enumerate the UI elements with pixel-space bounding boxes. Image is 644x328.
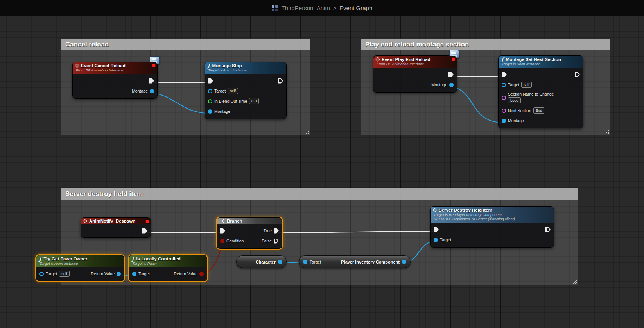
pin-label: Return Value xyxy=(91,271,115,276)
node-subtitle: From BP Animation Interface xyxy=(76,68,154,72)
exec-in-pin[interactable] xyxy=(208,78,213,84)
node-subtitle: Target is Anim Instance xyxy=(39,261,121,266)
node-montage-set-next-section[interactable]: ƒ Montage Set Next Section Target is Ani… xyxy=(498,55,583,128)
target-pin[interactable] xyxy=(208,89,212,93)
pin-label: Return Value xyxy=(174,271,197,276)
pin-label: Target xyxy=(46,271,57,276)
node-montage-stop[interactable]: ƒ Montage Stop Target is Anim Instance T… xyxy=(205,62,287,119)
function-icon: ƒ xyxy=(39,257,41,261)
pin-label: Montage xyxy=(508,118,524,123)
node-try-get-pawn-owner[interactable]: ƒ Try Get Pawn Owner Target is Anim Inst… xyxy=(36,255,124,281)
event-icon xyxy=(75,63,79,68)
node-title: AnimNotify_Despawn xyxy=(89,219,135,223)
blueprint-asset-icon xyxy=(272,5,278,11)
return-value-pin[interactable] xyxy=(199,272,204,276)
node-title: Branch xyxy=(227,219,242,223)
exec-out-pin[interactable] xyxy=(149,78,154,84)
target-pin[interactable] xyxy=(303,260,307,264)
interface-event-badge xyxy=(452,57,455,61)
section-name-pin[interactable] xyxy=(502,96,506,100)
pin-label: False xyxy=(262,239,272,243)
true-exec-out-pin[interactable] xyxy=(274,228,279,234)
pin-label: Montage xyxy=(132,89,148,93)
node-title: Try Get Pawn Owner xyxy=(44,257,88,261)
node-player-inventory-component[interactable]: Target Player Inventory Component xyxy=(299,255,411,268)
montage-out-pin[interactable] xyxy=(449,83,454,87)
pin-label: Target xyxy=(138,271,150,276)
target-default-value[interactable]: self xyxy=(521,82,532,88)
breadcrumb-graph[interactable]: Event Graph xyxy=(339,5,372,11)
target-default-value[interactable]: self xyxy=(228,88,238,94)
node-subtitle: Target is Anim Instance xyxy=(208,68,283,72)
target-pin[interactable] xyxy=(502,83,506,87)
blend-out-time-value[interactable]: 0.0 xyxy=(249,98,259,104)
exec-in-pin[interactable] xyxy=(502,72,507,77)
comment-resize-handle[interactable] xyxy=(604,129,609,134)
blend-out-time-pin[interactable] xyxy=(208,99,212,103)
pin-label: Target xyxy=(440,237,451,242)
event-icon xyxy=(375,57,380,61)
node-title: Event Cancel Reload xyxy=(81,63,126,68)
node-title: Player Inventory Component xyxy=(341,260,400,264)
interface-event-badge xyxy=(145,220,149,223)
node-character[interactable]: Character xyxy=(236,255,287,268)
next-section-value[interactable]: End xyxy=(533,107,545,114)
breadcrumb-asset[interactable]: ThirdPerson_Anim xyxy=(282,5,330,11)
comment-title[interactable]: Server destroy held item xyxy=(61,188,578,200)
node-title: Is Locally Controlled xyxy=(136,257,181,261)
node-subtitle: From BP Animation Interface xyxy=(377,62,454,66)
comment-resize-handle[interactable] xyxy=(304,129,309,134)
function-icon: ƒ xyxy=(208,64,210,68)
exec-out-pin[interactable] xyxy=(448,72,454,77)
pin-label: Target xyxy=(508,82,519,87)
comment-title[interactable]: Cancel reload xyxy=(61,39,310,50)
comment-resize-handle[interactable] xyxy=(572,279,577,284)
node-anim-notify-despawn[interactable]: AnimNotify_Despawn xyxy=(81,217,151,238)
return-value-pin[interactable] xyxy=(117,272,121,276)
node-is-locally-controlled[interactable]: ƒ Is Locally Controlled Target is Pawn T… xyxy=(129,255,207,281)
blueprint-editor: ThirdPerson_Anim > Event Graph Cancel re… xyxy=(0,0,644,328)
condition-pin[interactable] xyxy=(220,239,224,243)
section-name-value[interactable]: Loop xyxy=(508,97,521,103)
target-pin[interactable] xyxy=(132,272,136,276)
node-branch[interactable]: Branch True Condition False xyxy=(217,217,282,249)
event-icon xyxy=(83,219,87,223)
component-out-pin[interactable] xyxy=(402,260,406,264)
branch-icon xyxy=(220,219,224,223)
pin-label: Target xyxy=(214,89,226,93)
node-event-cancel-reload[interactable]: Event Cancel Reload From BP Animation In… xyxy=(72,62,158,99)
exec-in-pin[interactable] xyxy=(220,228,225,234)
node-title: Montage Set Next Section xyxy=(506,57,561,62)
character-out-pin[interactable] xyxy=(278,260,282,264)
next-section-pin[interactable] xyxy=(502,109,506,113)
montage-out-pin[interactable] xyxy=(150,89,154,93)
target-pin[interactable] xyxy=(434,238,438,242)
node-subtitle: Target is Pawn xyxy=(132,261,204,266)
exec-in-pin[interactable] xyxy=(434,227,439,232)
node-event-play-end-reload[interactable]: Event Play End Reload From BP Animation … xyxy=(373,55,457,93)
target-pin[interactable] xyxy=(39,272,44,276)
node-subtitle: RELIABLE Replicated To Server (if owning… xyxy=(434,217,551,221)
function-icon: ƒ xyxy=(501,57,504,62)
comment-title[interactable]: Play end reload montage section xyxy=(361,39,610,50)
false-exec-out-pin[interactable] xyxy=(274,239,279,244)
event-icon xyxy=(432,208,437,212)
node-server-destroy-held-item[interactable]: Server Destroy Held Item Target is BP Pl… xyxy=(430,206,554,248)
node-title: Character xyxy=(256,260,276,264)
montage-in-pin[interactable] xyxy=(502,119,506,123)
montage-in-pin[interactable] xyxy=(208,109,212,114)
target-default-value[interactable]: self xyxy=(59,271,70,277)
node-subtitle: Target is Anim Instance xyxy=(502,62,580,66)
pin-label: Next Section xyxy=(508,108,531,113)
exec-out-pin[interactable] xyxy=(575,72,580,77)
exec-out-pin[interactable] xyxy=(278,78,283,84)
node-title: Event Play End Reload xyxy=(382,57,431,62)
exec-out-pin[interactable] xyxy=(545,227,551,232)
interface-event-badge xyxy=(152,64,156,67)
function-icon: ƒ xyxy=(132,257,134,261)
node-subtitle: Target is BP Player Inventory Component xyxy=(434,212,551,217)
node-title: Server Destroy Held Item xyxy=(439,208,492,212)
breadcrumb-separator-icon: > xyxy=(333,5,336,11)
pin-label: Condition xyxy=(226,239,244,243)
exec-out-pin[interactable] xyxy=(142,228,147,234)
